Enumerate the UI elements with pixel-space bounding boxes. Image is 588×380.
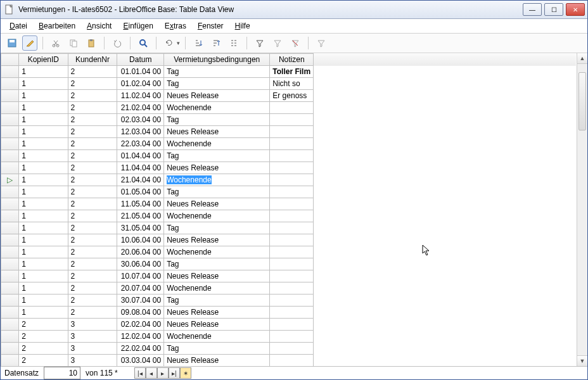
table-row[interactable]: 1211.04.04 00Neues Release: [1, 162, 577, 174]
close-button[interactable]: ✕: [566, 3, 585, 16]
cell-bedingungen[interactable]: Neues Release: [164, 355, 270, 367]
row-handle[interactable]: ▷: [1, 174, 19, 186]
cell-datum[interactable]: 11.05.04 00: [117, 198, 164, 210]
table-row[interactable]: 1211.05.04 00Neues Release: [1, 198, 577, 210]
table-row[interactable]: 1221.05.04 00Wochenende: [1, 210, 577, 222]
row-handle[interactable]: [1, 355, 19, 367]
col-header-kopienid[interactable]: KopienID: [19, 54, 68, 66]
row-handle[interactable]: [1, 126, 19, 138]
cell-bedingungen[interactable]: Neues Release: [164, 90, 270, 102]
cell-datum[interactable]: 10.06.04 00: [117, 234, 164, 246]
save-icon[interactable]: [4, 35, 20, 51]
row-handle[interactable]: [1, 258, 19, 270]
cell-notizen[interactable]: [270, 307, 314, 319]
table-row[interactable]: 1210.06.04 00Neues Release: [1, 234, 577, 246]
cell-kopienid[interactable]: 1: [19, 114, 68, 126]
row-handle[interactable]: [1, 186, 19, 198]
table-row[interactable]: 1230.07.04 00Tag: [1, 294, 577, 307]
cell-kopienid[interactable]: 1: [19, 126, 68, 138]
cell-notizen[interactable]: [270, 186, 314, 198]
cell-datum[interactable]: 20.06.04 00: [117, 246, 164, 258]
undo-icon[interactable]: [110, 35, 125, 51]
row-handle[interactable]: [1, 270, 19, 282]
cell-bedingungen[interactable]: Tag: [164, 150, 270, 162]
applyfilter-icon[interactable]: [314, 35, 329, 51]
cell-datum[interactable]: 22.02.04 00: [117, 343, 164, 355]
cell-kopienid[interactable]: 1: [19, 270, 68, 282]
cell-kundennr[interactable]: 3: [68, 319, 117, 331]
table-row[interactable]: 1222.03.04 00Wochenende: [1, 138, 577, 150]
cell-bedingungen[interactable]: Wochenende: [164, 246, 270, 258]
row-handle[interactable]: [1, 210, 19, 222]
cell-kundennr[interactable]: 2: [68, 150, 117, 162]
table-row[interactable]: 2312.02.04 00Wochenende: [1, 331, 577, 343]
sort-icon[interactable]: [226, 35, 241, 51]
row-handle[interactable]: [1, 78, 19, 90]
cell-kundennr[interactable]: 2: [68, 234, 117, 246]
cell-kundennr[interactable]: 2: [68, 174, 117, 186]
row-handle[interactable]: [1, 294, 19, 307]
cell-kopienid[interactable]: 1: [19, 198, 68, 210]
cell-datum[interactable]: 01.05.04 00: [117, 186, 164, 198]
minimize-button[interactable]: —: [523, 3, 542, 16]
cell-kundennr[interactable]: 3: [68, 355, 117, 367]
row-handle[interactable]: [1, 90, 19, 102]
cell-kundennr[interactable]: 3: [68, 343, 117, 355]
cell-kopienid[interactable]: 2: [19, 343, 68, 355]
row-handle[interactable]: [1, 282, 19, 294]
nav-first-icon[interactable]: |◂: [134, 367, 146, 379]
cell-kopienid[interactable]: 1: [19, 234, 68, 246]
cell-kopienid[interactable]: 1: [19, 222, 68, 234]
cell-kundennr[interactable]: 2: [68, 138, 117, 150]
menu-datei[interactable]: Datei: [4, 20, 32, 32]
cell-datum[interactable]: 02.03.04 00: [117, 114, 164, 126]
cell-datum[interactable]: 30.07.04 00: [117, 294, 164, 307]
cell-kundennr[interactable]: 2: [68, 198, 117, 210]
cell-bedingungen[interactable]: Wochenende: [164, 331, 270, 343]
cell-datum[interactable]: 01.01.04 00: [117, 66, 164, 78]
cell-bedingungen[interactable]: Wochenende: [164, 210, 270, 222]
menu-bearbeiten[interactable]: Bearbeiten: [34, 20, 80, 32]
cell-notizen[interactable]: [270, 234, 314, 246]
cell-datum[interactable]: 12.03.04 00: [117, 126, 164, 138]
cell-kundennr[interactable]: 2: [68, 162, 117, 174]
row-handle[interactable]: [1, 222, 19, 234]
table-row[interactable]: 1201.01.04 00TagToller Film: [1, 66, 577, 78]
scroll-up-icon[interactable]: ▲: [577, 53, 587, 64]
cell-bedingungen[interactable]: Neues Release: [164, 198, 270, 210]
cell-bedingungen[interactable]: Neues Release: [164, 307, 270, 319]
row-handle[interactable]: [1, 343, 19, 355]
cell-datum[interactable]: 02.02.04 00: [117, 319, 164, 331]
cell-bedingungen[interactable]: Tag: [164, 258, 270, 270]
cell-bedingungen[interactable]: Tag: [164, 78, 270, 90]
col-header-notizen[interactable]: Notizen: [270, 54, 314, 66]
nav-prev-icon[interactable]: ◂: [146, 367, 157, 379]
table-row[interactable]: 1202.03.04 00Tag: [1, 114, 577, 126]
cell-datum[interactable]: 21.05.04 00: [117, 210, 164, 222]
table-row[interactable]: ▷1221.04.04 00Wochenende: [1, 174, 577, 186]
cell-bedingungen[interactable]: Tag: [164, 186, 270, 198]
cell-bedingungen[interactable]: Neues Release: [164, 126, 270, 138]
cell-kopienid[interactable]: 1: [19, 66, 68, 78]
sort-asc-icon[interactable]: [191, 35, 206, 51]
cell-kopienid[interactable]: 1: [19, 294, 68, 307]
cell-bedingungen[interactable]: Neues Release: [164, 234, 270, 246]
table-row[interactable]: 1210.07.04 00Neues Release: [1, 270, 577, 282]
cell-kundennr[interactable]: 3: [68, 331, 117, 343]
cell-kundennr[interactable]: 2: [68, 282, 117, 294]
cell-kundennr[interactable]: 2: [68, 258, 117, 270]
table-row[interactable]: 1209.08.04 00Neues Release: [1, 307, 577, 319]
cell-kundennr[interactable]: 2: [68, 102, 117, 114]
menu-einfuegen[interactable]: Einfügen: [118, 20, 158, 32]
cell-kundennr[interactable]: 2: [68, 210, 117, 222]
cell-kundennr[interactable]: 2: [68, 126, 117, 138]
cell-notizen[interactable]: [270, 102, 314, 114]
find-icon[interactable]: [136, 35, 151, 51]
cell-datum[interactable]: 10.07.04 00: [117, 270, 164, 282]
cell-kundennr[interactable]: 2: [68, 270, 117, 282]
cell-bedingungen[interactable]: Wochenende: [164, 174, 270, 186]
cell-kopienid[interactable]: 2: [19, 319, 68, 331]
cell-kundennr[interactable]: 2: [68, 78, 117, 90]
cell-bedingungen[interactable]: Wochenende: [164, 102, 270, 114]
cell-datum[interactable]: 03.03.04 00: [117, 355, 164, 367]
